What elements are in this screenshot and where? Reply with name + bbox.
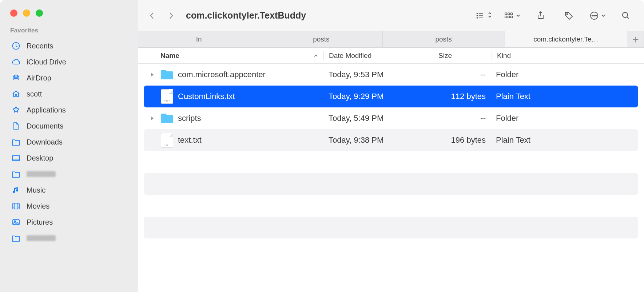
desktop-icon bbox=[11, 153, 21, 163]
file-kind: Folder bbox=[496, 70, 518, 79]
svg-rect-12 bbox=[505, 16, 507, 17]
photo-icon bbox=[11, 217, 21, 227]
tab-in[interactable]: In bbox=[138, 31, 260, 47]
nav-arrows bbox=[148, 10, 175, 21]
sidebar-item-redacted-2[interactable] bbox=[0, 230, 138, 246]
sidebar-item-music[interactable]: Music bbox=[0, 182, 138, 198]
clock-icon bbox=[11, 41, 21, 51]
sidebar-item-label: Pictures bbox=[27, 218, 53, 226]
film-icon bbox=[11, 201, 21, 211]
chevron-down-icon bbox=[516, 12, 520, 19]
file-size: 196 bytes bbox=[451, 135, 486, 145]
file-row[interactable]: CustomLinks.txt Today, 9:29 PM 112 bytes… bbox=[144, 86, 638, 107]
file-name: text.txt bbox=[178, 135, 202, 145]
folder-icon bbox=[11, 137, 21, 147]
share-button[interactable] bbox=[533, 8, 549, 24]
sidebar-item-airdrop[interactable]: AirDrop bbox=[0, 70, 138, 86]
folder-icon bbox=[160, 67, 174, 82]
cloud-icon bbox=[11, 57, 21, 67]
sidebar-item-label: Movies bbox=[27, 202, 49, 210]
svg-point-8 bbox=[477, 17, 477, 18]
file-size: 112 bytes bbox=[451, 92, 486, 101]
file-kind: Plain Text bbox=[496, 135, 530, 145]
sidebar-item-applications[interactable]: Applications bbox=[0, 102, 138, 118]
back-button[interactable] bbox=[148, 10, 156, 21]
sidebar-item-label: Desktop bbox=[27, 154, 53, 162]
file-row[interactable]: scripts Today, 5:49 PM -- Folder bbox=[144, 107, 638, 129]
sidebar-items: Recents iCloud Drive AirDrop scott Appli… bbox=[0, 38, 138, 246]
sidebar-item-downloads[interactable]: Downloads bbox=[0, 134, 138, 150]
zoom-window-button[interactable] bbox=[36, 9, 43, 17]
column-headers: Name Date Modified Size Kind bbox=[138, 48, 644, 64]
sidebar-item-desktop[interactable]: Desktop bbox=[0, 150, 138, 166]
file-name: com.microsoft.appcenter bbox=[178, 70, 266, 79]
sidebar-item-icloud-drive[interactable]: iCloud Drive bbox=[0, 54, 138, 70]
disclosure-triangle-icon[interactable] bbox=[149, 72, 156, 77]
svg-rect-2 bbox=[12, 155, 20, 161]
chevron-updown-icon bbox=[488, 12, 492, 19]
chevron-down-icon bbox=[601, 12, 605, 19]
tab-current[interactable]: com.clickontyler.Te… bbox=[505, 31, 627, 47]
svg-point-19 bbox=[596, 15, 597, 16]
sidebar-item-redacted-1[interactable] bbox=[0, 166, 138, 182]
tab-posts-2[interactable]: posts bbox=[383, 31, 505, 47]
main-content: com.clickontyler.TextBuddy bbox=[138, 0, 644, 292]
toolbar: com.clickontyler.TextBuddy bbox=[138, 0, 644, 31]
file-kind: Folder bbox=[496, 114, 518, 123]
sidebar-item-label: Applications bbox=[27, 106, 66, 114]
disclosure-triangle-icon[interactable] bbox=[149, 116, 156, 121]
sidebar-item-documents[interactable]: Documents bbox=[0, 118, 138, 134]
tab-bar: In posts posts com.clickontyler.Te… ＋ bbox=[138, 31, 644, 48]
sidebar-item-movies[interactable]: Movies bbox=[0, 198, 138, 214]
sidebar-item-home[interactable]: scott bbox=[0, 86, 138, 102]
svg-point-17 bbox=[592, 15, 593, 16]
file-date: Today, 5:49 PM bbox=[329, 114, 383, 123]
sidebar-section-label: Favorites bbox=[0, 27, 138, 38]
sort-ascending-icon bbox=[313, 52, 318, 60]
applications-icon bbox=[11, 105, 21, 115]
sidebar-item-label: Documents bbox=[27, 122, 63, 130]
empty-row bbox=[144, 217, 638, 238]
close-window-button[interactable] bbox=[10, 9, 17, 17]
music-icon bbox=[11, 185, 21, 195]
svg-point-7 bbox=[477, 15, 477, 16]
airdrop-icon bbox=[11, 73, 21, 83]
tab-posts-1[interactable]: posts bbox=[260, 31, 382, 47]
svg-rect-13 bbox=[508, 16, 510, 17]
svg-point-6 bbox=[477, 13, 477, 13]
folder-icon bbox=[11, 169, 21, 179]
file-date: Today, 9:29 PM bbox=[329, 92, 383, 101]
sidebar: Favorites Recents iCloud Drive AirDrop s… bbox=[0, 0, 138, 292]
sidebar-item-label: iCloud Drive bbox=[27, 58, 66, 66]
column-header-size[interactable]: Size bbox=[433, 52, 492, 60]
house-icon bbox=[11, 89, 21, 99]
column-header-name[interactable]: Name bbox=[138, 52, 323, 60]
file-name: CustomLinks.txt bbox=[178, 92, 235, 101]
action-menu-button[interactable] bbox=[589, 8, 605, 24]
text-file-icon bbox=[160, 133, 174, 147]
sidebar-item-recents[interactable]: Recents bbox=[0, 38, 138, 54]
svg-rect-11 bbox=[510, 13, 512, 15]
column-header-date[interactable]: Date Modified bbox=[324, 52, 433, 60]
minimize-window-button[interactable] bbox=[23, 9, 30, 17]
search-button[interactable] bbox=[618, 8, 634, 24]
column-header-kind[interactable]: Kind bbox=[492, 52, 644, 60]
window-title: com.clickontyler.TextBuddy bbox=[186, 10, 306, 21]
file-date: Today, 9:53 PM bbox=[329, 70, 383, 79]
sidebar-item-pictures[interactable]: Pictures bbox=[0, 214, 138, 230]
new-tab-button[interactable]: ＋ bbox=[627, 31, 644, 47]
file-row[interactable]: text.txt Today, 9:38 PM 196 bytes Plain … bbox=[144, 129, 638, 151]
file-row[interactable]: com.microsoft.appcenter Today, 9:53 PM -… bbox=[144, 64, 638, 86]
forward-button[interactable] bbox=[167, 10, 175, 21]
sidebar-item-label-redacted bbox=[27, 235, 56, 241]
folder-icon bbox=[160, 111, 174, 126]
sidebar-item-label: scott bbox=[27, 90, 42, 98]
tags-button[interactable] bbox=[561, 8, 577, 24]
folder-icon bbox=[11, 233, 21, 243]
svg-point-1 bbox=[15, 77, 17, 79]
file-size: -- bbox=[480, 114, 486, 123]
view-options-button[interactable] bbox=[476, 8, 492, 24]
file-list: com.microsoft.appcenter Today, 9:53 PM -… bbox=[138, 64, 644, 238]
group-by-button[interactable] bbox=[504, 8, 520, 24]
file-date: Today, 9:38 PM bbox=[329, 135, 383, 145]
